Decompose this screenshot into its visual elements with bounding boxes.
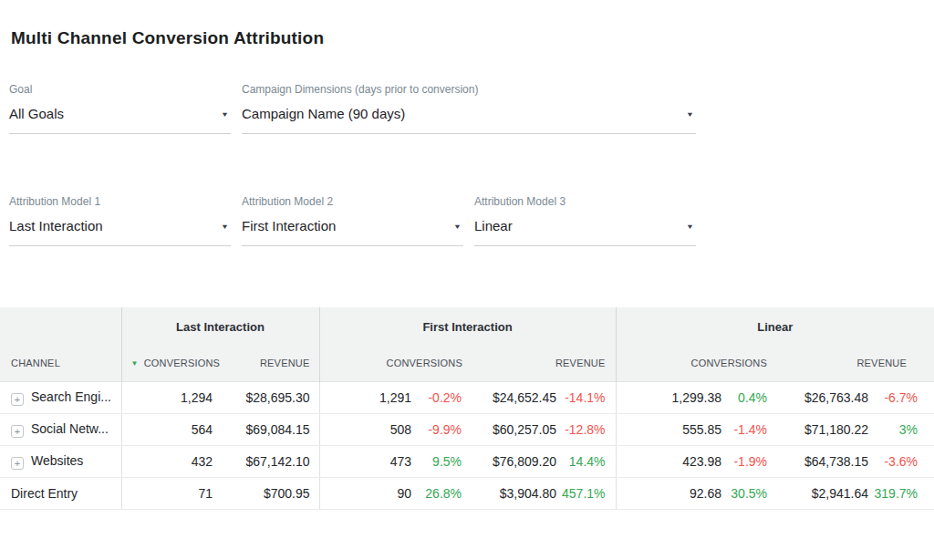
last-conversions-cell: 71 [121, 477, 222, 509]
goal-label: Goal [9, 83, 231, 96]
table-row: +Social Netw... 564 $69,084.15 508 -9.9%… [0, 413, 934, 445]
channel-group-spacer [0, 307, 121, 346]
column-header-first-revenue[interactable]: REVENUE [465, 346, 616, 381]
attribution-model-2-dropdown[interactable]: Attribution Model 2 First Interaction ▼ [242, 195, 463, 246]
campaign-dimensions-label: Campaign Dimensions (days prior to conve… [242, 83, 696, 96]
attribution-model-2-select[interactable]: First Interaction ▼ [242, 218, 463, 246]
linear-conversions-cell: 423.98 [616, 445, 725, 477]
chevron-down-icon: ▼ [686, 222, 694, 230]
last-revenue-cell: $28,695.30 [222, 381, 319, 413]
table-row: Direct Entry 71 $700.95 90 26.8% $3,904.… [0, 477, 934, 509]
attribution-model-3-select[interactable]: Linear ▼ [474, 218, 696, 246]
attribution-model-1-select[interactable]: Last Interaction ▼ [9, 218, 231, 246]
first-revenue-cell: $60,257.05 [465, 413, 561, 445]
first-revenue-cell: $24,652.45 [465, 381, 561, 413]
first-conversions-delta: -0.2% [415, 381, 465, 413]
last-conversions-cell: 432 [121, 445, 222, 477]
channel-name: Social Netw... [31, 421, 109, 436]
table-row: +Search Engi... 1,294 $28,695.30 1,291 -… [0, 381, 934, 413]
channel-cell: +Search Engi... [0, 381, 121, 413]
last-conversions-cell: 1,294 [121, 381, 222, 413]
first-conversions-delta: 9.5% [415, 445, 465, 477]
linear-revenue-cell: $71,180.22 [771, 413, 873, 445]
linear-revenue-delta: 3% [873, 413, 934, 445]
linear-revenue-cell: $64,738.15 [771, 445, 873, 477]
channel-name: Websites [31, 453, 83, 468]
linear-revenue-delta: 319.7% [873, 477, 934, 509]
last-revenue-cell: $69,084.15 [222, 413, 319, 445]
group-header-linear: Linear [616, 307, 934, 346]
goal-select[interactable]: All Goals ▼ [9, 106, 231, 134]
expand-icon[interactable]: + [11, 425, 24, 438]
attribution-model-3-value: Linear [474, 218, 513, 233]
linear-conversions-delta: -1.4% [725, 413, 771, 445]
last-conversions-cell: 564 [121, 413, 222, 445]
channel-cell: +Social Netw... [0, 413, 121, 445]
first-conversions-cell: 90 [319, 477, 415, 509]
sort-desc-icon: ▼ [131, 359, 139, 368]
campaign-dimensions-value: Campaign Name (90 days) [242, 106, 405, 121]
chevron-down-icon: ▼ [221, 109, 229, 118]
page-title: Multi Channel Conversion Attribution [11, 28, 324, 48]
first-conversions-delta: -9.9% [415, 413, 465, 445]
first-revenue-delta: 14.4% [561, 445, 616, 477]
linear-revenue-delta: -6.7% [873, 381, 934, 413]
linear-revenue-cell: $26,763.48 [771, 381, 873, 413]
column-header-last-revenue[interactable]: REVENUE [222, 346, 319, 381]
first-conversions-cell: 473 [319, 445, 415, 477]
chevron-down-icon: ▼ [453, 222, 462, 230]
channel-name: Direct Entry [11, 486, 78, 501]
first-conversions-cell: 508 [319, 413, 415, 445]
linear-revenue-cell: $2,941.64 [771, 477, 873, 509]
column-header-label: CONVERSIONS [144, 358, 221, 368]
column-header-first-conversions[interactable]: CONVERSIONS [319, 346, 465, 381]
column-header-channel[interactable]: CHANNEL [0, 346, 121, 381]
linear-conversions-cell: 555.85 [616, 413, 725, 445]
goal-value: All Goals [9, 106, 64, 121]
attribution-model-3-label: Attribution Model 3 [474, 195, 696, 208]
group-header-last-interaction: Last Interaction [121, 307, 319, 346]
linear-conversions-delta: -1.9% [725, 445, 771, 477]
chevron-down-icon: ▼ [686, 109, 694, 118]
table-row: +Websites 432 $67,142.10 473 9.5% $76,80… [0, 445, 934, 477]
goal-dropdown[interactable]: Goal All Goals ▼ [9, 83, 231, 134]
expand-icon[interactable]: + [11, 457, 24, 470]
attribution-model-2-label: Attribution Model 2 [242, 195, 463, 208]
attribution-model-1-dropdown[interactable]: Attribution Model 1 Last Interaction ▼ [9, 195, 231, 246]
first-revenue-delta: -14.1% [561, 381, 616, 413]
linear-conversions-cell: 92.68 [616, 477, 725, 509]
channel-cell: Direct Entry [0, 477, 121, 509]
column-header-linear-revenue[interactable]: REVENUE [771, 346, 934, 381]
channel-name: Search Engi... [31, 389, 111, 404]
campaign-dimensions-select[interactable]: Campaign Name (90 days) ▼ [242, 106, 696, 134]
first-revenue-delta: -12.8% [561, 413, 616, 445]
linear-revenue-delta: -3.6% [873, 445, 934, 477]
linear-conversions-cell: 1,299.38 [616, 381, 725, 413]
attribution-table: Last Interaction First Interaction Linea… [0, 307, 934, 510]
expand-icon[interactable]: + [11, 393, 24, 406]
linear-conversions-delta: 0.4% [725, 381, 771, 413]
column-header-last-conversions[interactable]: ▼CONVERSIONS [121, 346, 222, 381]
last-revenue-cell: $700.95 [222, 477, 319, 509]
first-revenue-cell: $76,809.20 [465, 445, 561, 477]
linear-conversions-delta: 30.5% [725, 477, 771, 509]
attribution-model-3-dropdown[interactable]: Attribution Model 3 Linear ▼ [474, 195, 696, 246]
attribution-model-1-value: Last Interaction [9, 218, 103, 233]
attribution-model-1-label: Attribution Model 1 [9, 195, 231, 208]
last-revenue-cell: $67,142.10 [222, 445, 319, 477]
column-header-linear-conversions[interactable]: CONVERSIONS [616, 346, 771, 381]
first-conversions-cell: 1,291 [319, 381, 415, 413]
group-header-first-interaction: First Interaction [319, 307, 616, 346]
first-revenue-delta: 457.1% [561, 477, 616, 509]
chevron-down-icon: ▼ [221, 222, 229, 230]
campaign-dimensions-dropdown[interactable]: Campaign Dimensions (days prior to conve… [242, 83, 696, 134]
channel-cell: +Websites [0, 445, 121, 477]
first-revenue-cell: $3,904.80 [465, 477, 561, 509]
attribution-model-2-value: First Interaction [242, 218, 336, 233]
first-conversions-delta: 26.8% [415, 477, 465, 509]
